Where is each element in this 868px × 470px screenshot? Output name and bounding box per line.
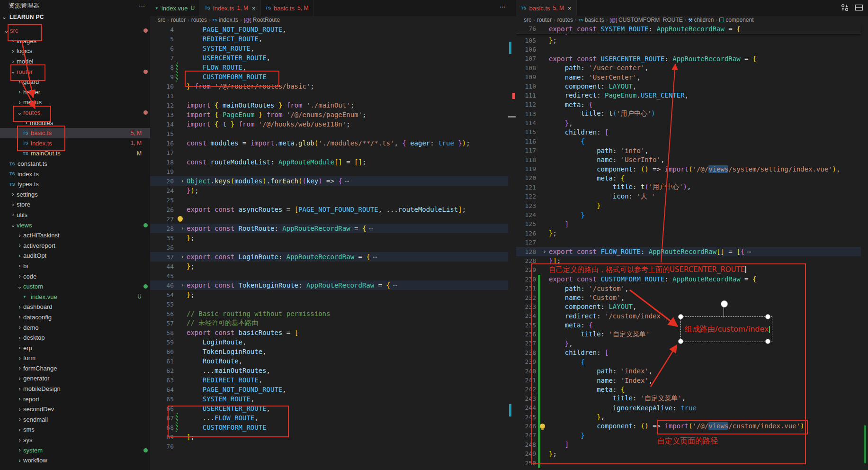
code-line-109[interactable]: 109 name: 'UserCenter', [516, 72, 861, 81]
folded-ellipsis[interactable]: ⋯ [393, 281, 397, 289]
code-line-250[interactable]: 250 [516, 458, 861, 467]
sticky-scroll-line[interactable]: 76export const SYSTEM_ROUTE: AppRouteRec… [516, 24, 861, 34]
breadcrumb-item-basic-ts[interactable]: TSbasic.ts [579, 17, 604, 23]
code-line-18[interactable]: 18const routeModuleList: AppRouteModule[… [150, 157, 508, 167]
tree-item-code[interactable]: ›code [0, 271, 150, 281]
fold-chevron-icon[interactable]: › [178, 178, 187, 184]
code-line-62[interactable]: 62 ...mainOutRoutes, [150, 366, 508, 375]
code-line-65[interactable]: 65 SYSTEM_ROUTE, [150, 394, 508, 404]
tree-item-constant-ts[interactable]: TSconstant.ts [0, 159, 150, 169]
code-line-229[interactable]: 229自己定义的路由，格式可以参考上面的USERCENTER_ROUTE [516, 265, 861, 274]
code-line-234[interactable]: 234 redirect: '/custom/index', [516, 311, 861, 320]
breadcrumb-item-component[interactable]: component [719, 17, 753, 23]
tree-item-guard[interactable]: ›guard [0, 77, 150, 87]
code-line-46[interactable]: 46›export const TokenLoginRoute: AppRout… [150, 280, 508, 290]
code-line-128[interactable]: 128›export const FLOW_ROUTE: AppRouteRec… [516, 247, 861, 256]
code-line-13[interactable]: 13import { PageEnum } from '/@/enums/pag… [150, 110, 508, 119]
code-line-70[interactable]: 70 [150, 442, 508, 451]
editor-more-actions-icon[interactable]: ⋯ [500, 3, 506, 10]
explorer-more-actions-icon[interactable]: ⋯ [139, 2, 145, 9]
tree-item-system[interactable]: ›system [0, 445, 150, 455]
folded-ellipsis[interactable]: ⋯ [345, 177, 349, 185]
tab-basic-ts[interactable]: TSbasic.ts5, M [261, 0, 314, 16]
tree-item-formChange[interactable]: ›formChange [0, 363, 150, 374]
tree-item-views[interactable]: ⌄views [0, 220, 150, 230]
code-line-27[interactable]: 27 [150, 214, 508, 224]
code-line-66[interactable]: 66 USERCENTER_ROUTE, [150, 404, 508, 413]
tree-item-auditOpt[interactable]: ›auditOpt [0, 251, 150, 261]
close-icon[interactable]: × [568, 5, 572, 12]
code-line-238[interactable]: 238 children: [ [516, 348, 861, 357]
code-line-106[interactable]: 106 [516, 45, 861, 54]
code-line-124[interactable]: 124 } [516, 210, 861, 219]
code-line-35[interactable]: 35}; [150, 233, 508, 243]
tree-item-desktop[interactable]: ›desktop [0, 333, 150, 343]
code-line-63[interactable]: 63 REDIRECT_ROUTE, [150, 375, 508, 385]
tree-item-types-ts[interactable]: TStypes.ts [0, 179, 150, 190]
code-line-243[interactable]: 243 title: '自定义菜单', [516, 394, 861, 403]
code-line-7[interactable]: 7 USERCENTER_ROUTE, [150, 53, 508, 63]
code-line-17[interactable]: 17 [150, 148, 508, 157]
breadcrumb-item-routes[interactable]: routes [557, 17, 573, 23]
code-line-45[interactable]: 45 [150, 271, 508, 280]
tab-basic-ts[interactable]: TSbasic.ts5, M× [516, 0, 577, 16]
code-line-44[interactable]: 44}; [150, 262, 508, 271]
tree-item-settings[interactable]: ›settings [0, 190, 150, 200]
code-line-9[interactable]: 9 CUSTOMFORM_ROUTE [150, 72, 508, 81]
tree-item-index-ts[interactable]: TSindex.ts1, M [0, 138, 150, 149]
tree-item-routes[interactable]: ⌄routes [0, 108, 150, 118]
code-line-5[interactable]: 5 REDIRECT_ROUTE, [150, 34, 508, 44]
tree-item-demo[interactable]: ›demo [0, 322, 150, 333]
code-line-121[interactable]: 121 title: t('用户中心'), [516, 183, 861, 192]
breadcrumb-item-router[interactable]: router [537, 17, 552, 23]
breadcrumb-item-src[interactable]: src [158, 17, 165, 23]
code-line-58[interactable]: 58export const basicRoutes = [ [150, 328, 508, 337]
tree-item-form[interactable]: ›form [0, 353, 150, 363]
code-line-111[interactable]: 111 redirect: PageEnum.USER_CENTER, [516, 91, 861, 100]
code-line-36[interactable]: 36 [150, 243, 508, 252]
code-line-114[interactable]: 114 }, [516, 118, 861, 127]
code-line-231[interactable]: 231 path: '/custom', [516, 284, 861, 293]
tree-item-activereport[interactable]: ›activereport [0, 240, 150, 251]
code-line-119[interactable]: 119 component: () => import('/@/views/sy… [516, 164, 861, 173]
code-line-247[interactable]: 247 } [516, 431, 861, 440]
code-line-110[interactable]: 110 component: LAYOUT, [516, 81, 861, 90]
folded-ellipsis[interactable]: ⋯ [373, 253, 377, 261]
tree-item-dashboard[interactable]: ›dashboard [0, 302, 150, 312]
code-line-19[interactable]: 19 [150, 167, 508, 176]
tree-item-logics[interactable]: ›logics [0, 46, 150, 56]
code-line-15[interactable]: 15 [150, 129, 508, 138]
code-line-115[interactable]: 115 children: [ [516, 127, 861, 136]
code-line-25[interactable]: 25 [150, 195, 508, 205]
code-line-126[interactable]: 126}; [516, 229, 861, 238]
code-line-242[interactable]: 242 meta: { [516, 385, 861, 394]
code-line-233[interactable]: 233 component: LAYOUT, [516, 302, 861, 311]
tree-item-report[interactable]: ›report [0, 394, 150, 404]
code-line-14[interactable]: 14import { t } from '/@/hooks/web/useI18… [150, 119, 508, 129]
code-line-54[interactable]: 54}; [150, 290, 508, 299]
folded-ellipsis[interactable]: ⋯ [747, 248, 751, 255]
code-line-116[interactable]: 116 { [516, 137, 861, 146]
breadcrumb-item-children[interactable]: ⚒children [689, 17, 714, 23]
code-line-56[interactable]: 56// Basic routing without permissions [150, 309, 508, 318]
editor-middle[interactable]: 3import {4 PAGE_NOT_FOUND_ROUTE,5 REDIRE… [150, 24, 516, 470]
lightbulb-icon[interactable] [540, 424, 545, 429]
tree-item-mainOut-ts[interactable]: TSmainOut.tsM [0, 148, 150, 159]
fold-chevron-icon[interactable]: › [178, 253, 187, 260]
code-line-16[interactable]: 16const modules = import.meta.glob('./mo… [150, 138, 508, 148]
code-line-11[interactable]: 11 [150, 91, 508, 100]
code-line-113[interactable]: 113 title: t('用户中心') [516, 109, 861, 118]
code-line-246[interactable]: 246 component: () => import('/@/views/cu… [516, 422, 861, 431]
lightbulb-icon[interactable] [178, 216, 183, 221]
code-line-125[interactable]: 125 ] [516, 219, 861, 228]
code-line-6[interactable]: 6 SYSTEM_ROUTE, [150, 44, 508, 53]
tree-item-bi[interactable]: ›bi [0, 261, 150, 271]
tree-item-sys[interactable]: ›sys [0, 435, 150, 445]
tree-item-utils[interactable]: ›utils [0, 210, 150, 220]
tree-item-sendmail[interactable]: ›sendmail [0, 415, 150, 425]
code-line-24[interactable]: 24}); [150, 186, 508, 195]
code-line-64[interactable]: 64 PAGE_NOT_FOUND_ROUTE, [150, 385, 508, 394]
fold-chevron-icon[interactable]: › [178, 282, 187, 289]
code-line-57[interactable]: 57// 未经许可的基本路由 [150, 318, 508, 328]
code-line-127[interactable]: 127 [516, 238, 861, 247]
